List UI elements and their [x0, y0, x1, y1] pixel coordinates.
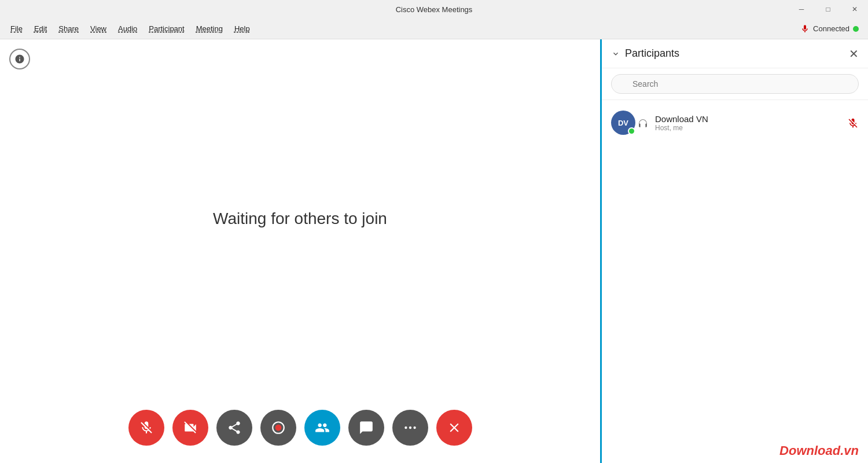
more-button[interactable]	[392, 410, 428, 446]
connected-status: Connected	[800, 24, 859, 34]
connected-indicator	[853, 26, 859, 32]
record-button[interactable]	[260, 410, 296, 446]
panel-header: Participants ✕	[602, 39, 868, 68]
panel-title: Participants	[625, 47, 679, 60]
video-button[interactable]	[172, 410, 208, 446]
menu-edit[interactable]: Edit	[28, 22, 53, 35]
participant-mic-icon	[847, 116, 859, 128]
participant-name: Download VN	[655, 114, 840, 124]
avatar-initials: DV	[618, 119, 628, 127]
participant-role: Host, me	[655, 124, 840, 132]
menu-participant[interactable]: Participant	[143, 22, 190, 35]
main-layout: Waiting for others to join	[0, 39, 868, 463]
menu-view[interactable]: View	[84, 22, 112, 35]
menu-file[interactable]: File	[5, 22, 28, 35]
panel-collapse-icon[interactable]	[611, 49, 620, 58]
svg-point-0	[275, 425, 281, 431]
avatar-status	[628, 127, 635, 135]
chat-button[interactable]	[348, 410, 384, 446]
mute-button[interactable]	[128, 410, 164, 446]
mic-status-icon	[800, 24, 810, 34]
participants-panel: Participants ✕ DV	[602, 39, 868, 463]
search-wrapper	[611, 74, 859, 94]
menu-meeting[interactable]: Meeting	[190, 22, 229, 35]
info-button[interactable]	[9, 49, 30, 69]
connected-label: Connected	[813, 24, 849, 33]
controls-bar	[0, 398, 600, 463]
participant-list: DV Download VN Host, me	[602, 100, 868, 463]
menu-share[interactable]: Share	[53, 22, 84, 35]
titlebar: Cisco Webex Meetings ─ □ ✕	[0, 0, 868, 19]
watermark: Download.vn	[779, 443, 859, 458]
waiting-text: Waiting for others to join	[0, 39, 600, 398]
close-button[interactable]: ✕	[841, 0, 868, 19]
menu-audio[interactable]: Audio	[112, 22, 143, 35]
meeting-area: Waiting for others to join	[0, 39, 602, 463]
svg-point-4	[413, 427, 415, 429]
search-container	[602, 68, 868, 100]
menubar: File Edit Share View Audio Participant M…	[0, 19, 868, 39]
end-button[interactable]	[436, 410, 472, 446]
svg-point-2	[404, 427, 407, 429]
minimize-button[interactable]: ─	[788, 0, 815, 19]
titlebar-title: Cisco Webex Meetings	[396, 5, 473, 14]
share-button[interactable]	[216, 410, 252, 446]
svg-point-3	[409, 427, 411, 429]
window-controls: ─ □ ✕	[788, 0, 868, 19]
watermark-text: Download	[779, 443, 840, 458]
search-input[interactable]	[611, 74, 859, 94]
participant-item: DV Download VN Host, me	[602, 105, 868, 141]
panel-header-left: Participants	[611, 47, 679, 60]
participants-button[interactable]	[304, 410, 340, 446]
avatar: DV	[611, 111, 635, 135]
headphone-icon	[638, 117, 648, 129]
participant-info: Download VN Host, me	[655, 114, 840, 132]
restore-button[interactable]: □	[815, 0, 841, 19]
watermark-vn: vn	[844, 443, 859, 458]
menu-help[interactable]: Help	[229, 22, 256, 35]
panel-close-button[interactable]: ✕	[849, 48, 859, 60]
